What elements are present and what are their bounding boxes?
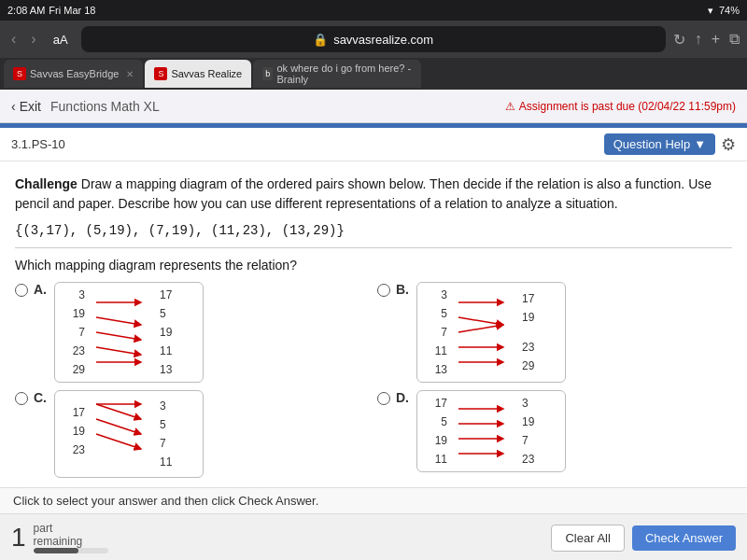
option-b-label: B. bbox=[396, 282, 409, 297]
svg-line-3 bbox=[96, 347, 141, 355]
lock-icon: 🔒 bbox=[313, 33, 328, 47]
option-a[interactable]: A. 3 19 7 23 29 17 bbox=[15, 282, 370, 383]
svg-line-2 bbox=[96, 332, 141, 340]
part-info: 1 partremaining bbox=[11, 522, 108, 553]
svg-line-11 bbox=[96, 404, 141, 419]
exit-label: Exit bbox=[20, 99, 41, 114]
new-tab-button[interactable]: + bbox=[712, 31, 720, 49]
url-bar-actions: ↻ ↑ + ⧉ bbox=[673, 31, 740, 49]
dropdown-icon: ▼ bbox=[694, 137, 706, 151]
problem-header-right: Question Help ▼ ⚙ bbox=[604, 133, 736, 155]
chevron-left-icon: ‹ bbox=[11, 99, 16, 114]
svg-line-1 bbox=[96, 317, 141, 325]
check-answer-button[interactable]: Check Answer bbox=[632, 525, 736, 551]
share-button[interactable]: ↑ bbox=[695, 31, 702, 49]
radio-a[interactable] bbox=[15, 284, 28, 297]
battery-display: 74% bbox=[719, 5, 740, 16]
forward-nav-button[interactable]: › bbox=[27, 29, 39, 49]
reader-mode-button[interactable]: aA bbox=[48, 31, 74, 49]
option-c-label: C. bbox=[34, 390, 47, 405]
svg-line-12 bbox=[96, 419, 141, 434]
realize-favicon: S bbox=[154, 67, 167, 80]
tab-easybridge-close[interactable]: ✕ bbox=[126, 69, 134, 79]
assignment-due-notice: ⚠ Assignment is past due (02/04/22 11:59… bbox=[505, 100, 736, 113]
question-help-label: Question Help bbox=[613, 137, 690, 151]
easybridge-favicon: S bbox=[13, 67, 26, 80]
part-remaining-block: partremaining bbox=[34, 522, 108, 553]
footer-controls: 1 partremaining Clear All Check Answer bbox=[0, 513, 747, 560]
status-bar-left: 2:08 AM Fri Mar 18 bbox=[7, 5, 95, 16]
diagram-a-right: 17 5 19 11 13 bbox=[160, 288, 182, 376]
clear-all-button[interactable]: Clear All bbox=[551, 525, 624, 552]
diagram-b: 3 5 7 11 13 17 19 bbox=[416, 282, 566, 383]
status-bar-right: ▾ 74% bbox=[708, 5, 740, 17]
wifi-icon: ▾ bbox=[708, 5, 713, 17]
question-help-button[interactable]: Question Help ▼ bbox=[604, 133, 715, 155]
part-number: 1 bbox=[11, 523, 26, 553]
time-display: 2:08 AM bbox=[7, 5, 45, 16]
radio-b[interactable] bbox=[377, 284, 390, 297]
bottom-status: Click to select your answer and then cli… bbox=[0, 487, 747, 513]
diagram-b-left: 3 5 7 11 13 bbox=[425, 288, 447, 376]
click-instruction: Click to select your answer and then cli… bbox=[13, 494, 318, 508]
date-display: Fri Mar 18 bbox=[49, 5, 95, 16]
svg-line-6 bbox=[458, 317, 503, 325]
tab-easybridge[interactable]: S Savvas EasyBridge ✕ bbox=[4, 60, 143, 88]
which-question: Which mapping diagram represents the rel… bbox=[15, 258, 732, 273]
diagram-c-right: 3 5 7 11 bbox=[160, 399, 182, 469]
page-title: Functions Math XL bbox=[50, 99, 160, 114]
diagram-c: 17 19 23 3 5 7 11 bbox=[54, 390, 204, 478]
diagram-a-arrows bbox=[94, 295, 150, 370]
option-b[interactable]: B. 3 5 7 11 13 17 bbox=[377, 282, 732, 383]
diagram-c-arrows bbox=[94, 397, 150, 471]
tab-brainly-label: ok where do i go from here? - Brainly bbox=[276, 63, 412, 85]
brainly-favicon: b bbox=[262, 67, 273, 80]
challenge-label: Challenge bbox=[15, 176, 78, 191]
problem-header: 3.1.PS-10 Question Help ▼ ⚙ bbox=[0, 128, 747, 161]
status-bar: 2:08 AM Fri Mar 18 ▾ 74% bbox=[0, 0, 747, 21]
tab-realize-label: Savvas Realize bbox=[171, 68, 242, 79]
diagram-c-left: 17 19 23 bbox=[63, 406, 85, 462]
warning-icon: ⚠ bbox=[505, 100, 515, 113]
ordered-pairs: {(3,17), (5,19), (7,19), (11,23), (13,29… bbox=[15, 223, 732, 238]
divider bbox=[15, 247, 732, 248]
diagram-d-left: 17 5 19 11 bbox=[425, 397, 447, 466]
diagram-b-right: 17 19 23 29 bbox=[522, 292, 544, 372]
tab-brainly[interactable]: b ok where do i go from here? - Brainly bbox=[253, 60, 421, 88]
exit-button[interactable]: ‹ Exit bbox=[11, 99, 41, 114]
diagrams-grid: A. 3 19 7 23 29 17 bbox=[15, 282, 732, 478]
challenge-text: Challenge Draw a mapping diagram of the … bbox=[15, 175, 732, 214]
diagram-d-arrows bbox=[457, 401, 513, 462]
url-text: savvasrealize.com bbox=[333, 33, 433, 47]
radio-d[interactable] bbox=[377, 392, 390, 405]
progress-bar-fill bbox=[34, 548, 78, 553]
radio-c[interactable] bbox=[15, 392, 28, 405]
due-text: Assignment is past due (02/04/22 11:59pm… bbox=[519, 100, 736, 113]
diagram-b-arrows bbox=[457, 295, 513, 370]
progress-bar-container bbox=[34, 548, 108, 553]
tabs-button[interactable]: ⧉ bbox=[729, 31, 740, 49]
back-nav-button[interactable]: ‹ bbox=[7, 29, 20, 49]
diagram-a: 3 19 7 23 29 17 5 19 bbox=[54, 282, 204, 383]
part-remaining-label: partremaining bbox=[34, 522, 108, 548]
footer-buttons: Clear All Check Answer bbox=[551, 525, 736, 552]
diagram-a-left: 3 19 7 23 29 bbox=[63, 288, 85, 376]
settings-button[interactable]: ⚙ bbox=[721, 134, 736, 155]
problem-id: 3.1.PS-10 bbox=[11, 137, 65, 151]
tab-realize[interactable]: S Savvas Realize bbox=[145, 60, 251, 88]
diagram-d-right: 3 19 7 23 bbox=[522, 397, 544, 466]
tabs-bar: S Savvas EasyBridge ✕ S Savvas Realize b… bbox=[0, 58, 747, 90]
option-a-label: A. bbox=[34, 282, 47, 297]
content-area: Challenge Draw a mapping diagram of the … bbox=[0, 161, 747, 487]
svg-line-13 bbox=[96, 434, 141, 449]
url-bar[interactable]: 🔒 savvasrealize.com bbox=[81, 26, 666, 52]
refresh-button[interactable]: ↻ bbox=[673, 31, 685, 49]
option-c[interactable]: C. 17 19 23 3 5 7 bbox=[15, 390, 370, 478]
diagram-d: 17 5 19 11 3 19 7 23 bbox=[416, 390, 566, 472]
browser-chrome: ‹ › aA 🔒 savvasrealize.com ↻ ↑ + ⧉ bbox=[0, 21, 747, 58]
svg-line-7 bbox=[458, 325, 503, 332]
app-header: ‹ Exit Functions Math XL ⚠ Assignment is… bbox=[0, 90, 747, 123]
option-d[interactable]: D. 17 5 19 11 3 19 7 bbox=[377, 390, 732, 478]
challenge-body: Draw a mapping diagram of the ordered pa… bbox=[15, 176, 712, 211]
option-d-label: D. bbox=[396, 390, 409, 405]
